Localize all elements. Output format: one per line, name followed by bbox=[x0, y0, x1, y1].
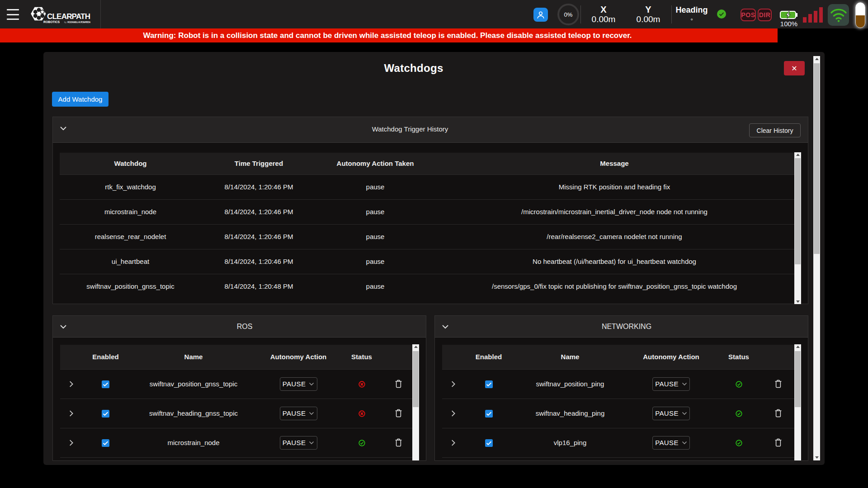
svg-text:CLEARPATH: CLEARPATH bbox=[47, 12, 90, 21]
svg-text:by: by bbox=[64, 21, 67, 23]
svg-text:ROCKWELL AUTOMATION: ROCKWELL AUTOMATION bbox=[67, 21, 90, 23]
svg-text:ROBOTICS: ROBOTICS bbox=[43, 20, 60, 23]
